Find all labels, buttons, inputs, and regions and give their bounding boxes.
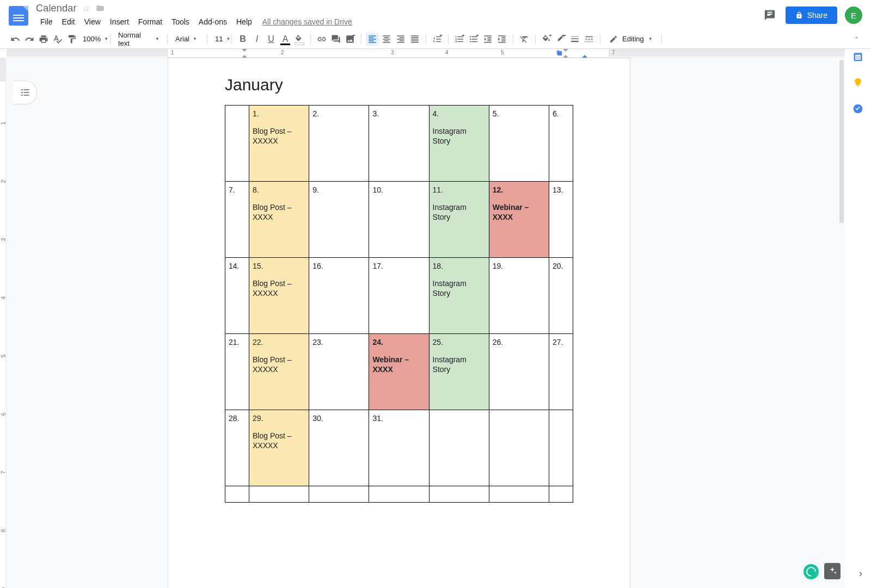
highlight-color-button[interactable] — [293, 33, 306, 46]
zoom-select[interactable]: 100%▼ — [79, 35, 106, 43]
calendar-cell[interactable]: 4.Instagram Story — [429, 106, 489, 182]
paragraph-style-select[interactable]: Normal text▼ — [115, 31, 163, 47]
link-button[interactable] — [315, 33, 328, 46]
collapse-toolbar-button[interactable]: ⌄ — [851, 33, 862, 45]
calendar-cell[interactable]: 29.Blog Post – XXXXX — [249, 410, 309, 486]
bold-button[interactable]: B — [236, 33, 249, 46]
right-indent-bottom-icon[interactable] — [563, 52, 568, 58]
calendar-cell[interactable] — [489, 486, 549, 503]
document-page[interactable]: January 1.Blog Post – XXXXX2.3.4.Instagr… — [168, 58, 630, 588]
calendar-cell[interactable]: 2. — [309, 106, 369, 182]
comment-button[interactable] — [329, 33, 342, 46]
align-right-button[interactable] — [394, 33, 407, 46]
italic-button[interactable]: I — [250, 33, 263, 46]
calendar-cell[interactable]: 26. — [489, 334, 549, 410]
calendar-cell[interactable]: 16. — [309, 258, 369, 334]
spellcheck-button[interactable] — [51, 33, 64, 46]
calendar-cell[interactable]: 31. — [369, 410, 429, 486]
calendar-cell[interactable] — [225, 486, 249, 503]
calendar-cell[interactable]: 13. — [549, 182, 573, 258]
calendar-cell[interactable]: 11.Instagram Story — [429, 182, 489, 258]
underline-button[interactable]: U — [265, 33, 278, 46]
save-status[interactable]: All changes saved in Drive — [262, 15, 352, 28]
calendar-cell[interactable]: 8.Blog Post – XXXX — [249, 182, 309, 258]
share-button[interactable]: Share — [786, 7, 837, 24]
menu-insert[interactable]: Insert — [106, 15, 133, 28]
calendar-cell[interactable]: 12.Webinar – XXXX — [489, 182, 549, 258]
bulleted-list-button[interactable] — [467, 33, 480, 46]
menu-view[interactable]: View — [80, 15, 105, 28]
calendar-cell[interactable]: 30. — [309, 410, 369, 486]
menu-edit[interactable]: Edit — [58, 15, 79, 28]
comments-button[interactable] — [762, 7, 778, 23]
cell-bg-button[interactable] — [540, 33, 553, 46]
undo-button[interactable] — [9, 33, 22, 46]
column-marker-icon[interactable] — [557, 51, 562, 55]
move-folder-icon[interactable] — [95, 4, 105, 13]
menu-addons[interactable]: Add-ons — [194, 15, 231, 28]
calendar-cell[interactable]: 3. — [369, 106, 429, 182]
calendar-cell[interactable]: 1.Blog Post – XXXXX — [249, 106, 309, 182]
calendar-cell[interactable]: 20. — [549, 258, 573, 334]
scrollbar-thumb[interactable] — [839, 60, 844, 223]
border-style-button[interactable] — [582, 33, 596, 46]
mode-select[interactable]: Editing ▼ — [605, 35, 657, 44]
side-panel-toggle-icon[interactable]: › — [859, 568, 862, 579]
font-select[interactable]: Arial▼ — [172, 35, 203, 43]
menu-tools[interactable]: Tools — [167, 15, 194, 28]
menu-file[interactable]: File — [36, 15, 57, 28]
calendar-cell[interactable] — [429, 410, 489, 486]
align-center-button[interactable] — [380, 33, 393, 46]
calendar-cell[interactable]: 21. — [225, 334, 249, 410]
menu-format[interactable]: Format — [134, 15, 167, 28]
calendar-cell[interactable] — [225, 106, 249, 182]
numbered-list-button[interactable] — [453, 33, 466, 46]
column-end-marker-icon[interactable] — [582, 52, 587, 58]
align-left-button[interactable] — [366, 33, 379, 46]
calendar-cell[interactable]: 17. — [369, 258, 429, 334]
calendar-cell[interactable]: 10. — [369, 182, 429, 258]
indent-increase-button[interactable] — [495, 33, 508, 46]
docs-logo-icon[interactable] — [9, 6, 28, 26]
account-avatar[interactable]: E — [845, 7, 862, 24]
calendar-cell[interactable]: 23. — [309, 334, 369, 410]
clear-format-button[interactable] — [518, 33, 531, 46]
calendar-cell[interactable]: 5. — [489, 106, 549, 182]
horizontal-ruler[interactable]: 1 2 3 4 5 6 7 — [7, 49, 845, 58]
calendar-cell[interactable] — [249, 486, 309, 503]
print-button[interactable] — [37, 33, 50, 46]
align-justify-button[interactable] — [408, 33, 421, 46]
calendar-cell[interactable] — [549, 410, 573, 486]
calendar-cell[interactable]: 18.Instagram Story — [429, 258, 489, 334]
calendar-cell[interactable]: 24.Webinar – XXXX — [369, 334, 429, 410]
vertical-ruler[interactable]: 1 2 3 4 5 6 7 8 9 — [0, 58, 7, 588]
explore-button[interactable] — [824, 563, 841, 579]
calendar-cell[interactable]: 9. — [309, 182, 369, 258]
border-color-button[interactable] — [554, 33, 567, 46]
calendar-cell[interactable] — [369, 486, 429, 503]
calendar-cell[interactable]: 22.Blog Post – XXXXX — [249, 334, 309, 410]
grammarly-icon[interactable] — [803, 564, 819, 579]
star-icon[interactable]: ☆ — [82, 3, 90, 14]
calendar-cell[interactable]: 6. — [549, 106, 573, 182]
calendar-cell[interactable] — [309, 486, 369, 503]
paint-format-button[interactable] — [65, 33, 78, 46]
menu-help[interactable]: Help — [232, 15, 256, 28]
text-color-button[interactable]: A — [279, 33, 292, 46]
redo-button[interactable] — [23, 33, 36, 46]
calendar-cell[interactable] — [489, 410, 549, 486]
page-heading[interactable]: January — [225, 76, 573, 94]
border-width-button[interactable] — [568, 33, 581, 46]
tasks-addon-icon[interactable] — [852, 103, 863, 114]
doc-title[interactable]: Calendar — [36, 3, 77, 14]
calendar-table[interactable]: 1.Blog Post – XXXXX2.3.4.Instagram Story… — [225, 105, 573, 503]
indent-decrease-button[interactable] — [481, 33, 494, 46]
keep-addon-icon[interactable] — [852, 77, 863, 88]
calendar-cell[interactable]: 19. — [489, 258, 549, 334]
left-indent-icon[interactable] — [242, 52, 247, 58]
calendar-cell[interactable]: 15.Blog Post – XXXXX — [249, 258, 309, 334]
image-button[interactable] — [344, 33, 357, 46]
calendar-cell[interactable]: 27. — [549, 334, 573, 410]
line-spacing-button[interactable] — [431, 33, 444, 46]
calendar-cell[interactable]: 25.Instagram Story — [429, 334, 489, 410]
